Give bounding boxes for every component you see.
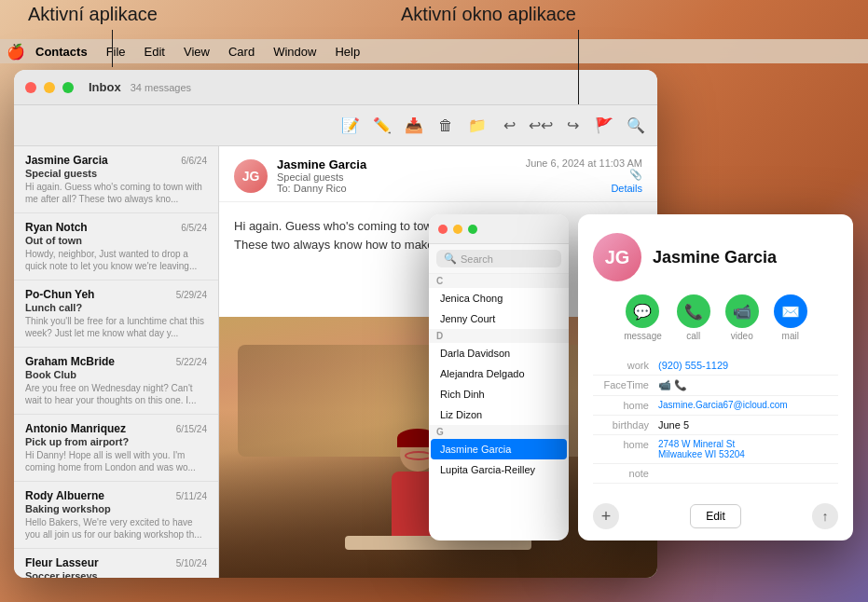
mail-item-date: 5/22/24 bbox=[176, 357, 207, 367]
mail-item-date: 5/11/24 bbox=[176, 491, 207, 501]
email-date: June 6, 2024 at 11:03 AM bbox=[526, 157, 642, 169]
mail-action[interactable]: ✉️ mail bbox=[774, 294, 807, 341]
value-home-address[interactable]: 2748 W Mineral St Milwaukee WI 53204 bbox=[658, 439, 838, 459]
mail-list-item[interactable]: Graham McBride 5/22/24 Book Club Are you… bbox=[14, 348, 218, 415]
menu-file[interactable]: File bbox=[99, 43, 133, 61]
facetime-video-icon[interactable]: 📹 bbox=[658, 379, 671, 390]
contact-list-item[interactable]: Jasmine Garcia bbox=[431, 439, 567, 459]
email-subject: Special guests bbox=[277, 171, 517, 183]
mail-item-name: Antonio Manriquez bbox=[25, 422, 126, 435]
key-home-email: home bbox=[593, 400, 658, 411]
contact-list-item[interactable]: Jenny Court bbox=[431, 308, 567, 329]
mail-item-subject: Pick up from airport? bbox=[25, 436, 207, 447]
contacts-minimize-button[interactable] bbox=[453, 225, 462, 234]
mail-list-item[interactable]: Rody Albuerne 5/11/24 Baking workshop He… bbox=[14, 482, 218, 549]
mail-item-subject: Soccer jerseys bbox=[25, 570, 207, 578]
contact-list-item[interactable]: Rich Dinh bbox=[431, 384, 567, 404]
edit-contact-button[interactable]: Edit bbox=[690, 504, 741, 528]
mail-list-item[interactable]: Ryan Notch 6/5/24 Out of town Howdy, nei… bbox=[14, 213, 218, 280]
sender-avatar: JG bbox=[234, 159, 268, 193]
mail-item-subject: Out of town bbox=[25, 235, 207, 246]
mail-item-preview: Hi Danny! Hope all is well with you. I'm… bbox=[25, 449, 207, 473]
mail-list-item[interactable]: Po-Chun Yeh 5/29/24 Lunch call? Think yo… bbox=[14, 280, 218, 348]
compose-icon[interactable]: ✏️ bbox=[372, 116, 393, 136]
value-work[interactable]: (920) 555-1129 bbox=[658, 360, 838, 371]
contacts-list: CJenica ChongJenny CourtDDarla DavidsonA… bbox=[429, 274, 569, 480]
menu-card[interactable]: Card bbox=[221, 43, 262, 61]
contact-list-item[interactable]: Alejandra Delgado bbox=[431, 363, 567, 384]
mail-item-name: Rody Albuerne bbox=[25, 489, 104, 502]
mail-titlebar: Inbox 34 messages bbox=[14, 70, 657, 105]
mail-item-subject: Baking workshop bbox=[25, 503, 207, 514]
value-home-email[interactable]: Jasmine.Garcia67@icloud.com bbox=[658, 400, 838, 411]
info-birthday: birthday June 5 bbox=[593, 416, 838, 435]
menu-edit[interactable]: Edit bbox=[137, 43, 172, 61]
mail-from-row: JG Jasmine Garcia Special guests To: Dan… bbox=[234, 157, 642, 194]
reply-all-icon[interactable]: ↩↩ bbox=[530, 116, 551, 136]
note-icon[interactable]: 📝 bbox=[340, 116, 361, 136]
facetime-phone-icon[interactable]: 📞 bbox=[674, 379, 687, 390]
mail-icon: ✉️ bbox=[774, 294, 807, 328]
archive-icon[interactable]: 📥 bbox=[404, 116, 424, 136]
contact-list-item[interactable]: Darla Davidson bbox=[431, 343, 567, 363]
mail-list-item[interactable]: Fleur Lasseur 5/10/24 Soccer jerseys Are… bbox=[14, 549, 218, 578]
message-icon: 💬 bbox=[626, 294, 659, 328]
mail-label: mail bbox=[782, 331, 799, 341]
message-action[interactable]: 💬 message bbox=[624, 294, 662, 341]
attachment-icon: 📎 bbox=[629, 169, 642, 180]
contact-list-item[interactable]: Lupita Garcia-Reilley bbox=[431, 459, 567, 480]
mail-item-date: 5/10/24 bbox=[176, 558, 207, 568]
inbox-count: 34 messages bbox=[131, 82, 191, 93]
info-email: home Jasmine.Garcia67@icloud.com bbox=[593, 396, 838, 416]
search-icon[interactable]: 🔍 bbox=[626, 116, 646, 136]
menu-contacts[interactable]: Contacts bbox=[28, 43, 95, 61]
mail-list-item[interactable]: Jasmine Garcia 6/6/24 Special guests Hi … bbox=[14, 146, 218, 213]
contacts-search-bar[interactable]: 🔍 Search bbox=[436, 250, 561, 267]
info-facetime: FaceTime 📹 📞 bbox=[593, 376, 838, 396]
mail-item-preview: Hello Bakers, We're very excited to have… bbox=[25, 516, 207, 540]
menu-view[interactable]: View bbox=[176, 43, 217, 61]
minimize-button[interactable] bbox=[44, 82, 55, 93]
contact-list-item[interactable]: Jenica Chong bbox=[431, 288, 567, 308]
call-action[interactable]: 📞 call bbox=[677, 294, 710, 341]
menu-window[interactable]: Window bbox=[266, 43, 324, 61]
mail-item-name: Graham McBride bbox=[25, 355, 115, 368]
contacts-section-label: G bbox=[429, 425, 569, 439]
mail-item-date: 5/29/24 bbox=[176, 290, 207, 300]
inbox-label: Inbox bbox=[89, 80, 121, 94]
details-link[interactable]: Details bbox=[526, 183, 642, 194]
contact-avatar: JG bbox=[593, 233, 641, 281]
value-facetime: 📹 📞 bbox=[658, 379, 838, 391]
contact-detail-header: JG Jasmine Garcia bbox=[593, 233, 838, 281]
contact-list-item[interactable]: Liz Dizon bbox=[431, 404, 567, 425]
key-home-address: home bbox=[593, 439, 658, 459]
close-button[interactable] bbox=[25, 82, 36, 93]
trash-icon[interactable]: 🗑 bbox=[435, 116, 456, 136]
key-birthday: birthday bbox=[593, 419, 658, 431]
video-action[interactable]: 📹 video bbox=[725, 294, 759, 341]
mail-item-date: 6/5/24 bbox=[181, 223, 207, 233]
call-icon: 📞 bbox=[677, 294, 710, 328]
maximize-button[interactable] bbox=[62, 82, 74, 93]
menubar: 🍎 Contacts File Edit View Card Window He… bbox=[0, 39, 868, 63]
reply-icon[interactable]: ↩ bbox=[499, 116, 519, 136]
share-contact-button[interactable]: ↑ bbox=[812, 503, 838, 529]
mail-item-preview: Are you free on Wednesday night? Can't w… bbox=[25, 382, 207, 406]
contacts-close-button[interactable] bbox=[438, 225, 448, 234]
key-facetime: FaceTime bbox=[593, 379, 658, 391]
contact-info-rows: work (920) 555-1129 FaceTime 📹 📞 home Ja… bbox=[593, 356, 838, 484]
add-contact-button[interactable]: + bbox=[593, 503, 619, 529]
apple-menu[interactable]: 🍎 bbox=[7, 43, 24, 60]
contacts-section-label: C bbox=[429, 274, 569, 288]
menu-help[interactable]: Help bbox=[327, 43, 367, 61]
flag-icon[interactable]: 🚩 bbox=[594, 116, 614, 136]
contact-actions: 💬 message 📞 call 📹 video ✉️ mail bbox=[593, 294, 838, 341]
call-label: call bbox=[686, 331, 700, 341]
annotation-right: Aktivní okno aplikace bbox=[401, 4, 576, 25]
folder-icon[interactable]: 📁 bbox=[467, 116, 488, 136]
forward-icon[interactable]: ↪ bbox=[562, 116, 583, 136]
contacts-maximize-button[interactable] bbox=[468, 225, 477, 234]
mail-item-name: Jasmine Garcia bbox=[25, 154, 108, 167]
value-note bbox=[658, 468, 838, 479]
mail-list-item[interactable]: Antonio Manriquez 6/15/24 Pick up from a… bbox=[14, 415, 218, 482]
